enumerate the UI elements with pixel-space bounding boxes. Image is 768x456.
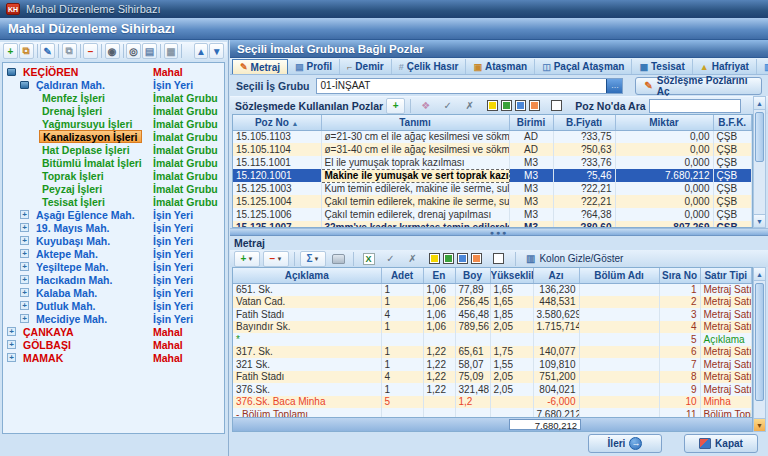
mark-orange-button[interactable] [471,253,482,264]
expand-icon[interactable]: + [7,340,16,349]
cell-birim[interactable]: AD [509,130,553,143]
poz-row[interactable]: 15.105.1103ø=21-30 cm el ile ağaç kesilm… [233,130,752,143]
cell-bolum[interactable] [579,308,659,321]
cell-tanim[interactable]: Çakıl temin edilerek, drenaj yapılması [321,208,509,221]
cell-bolum[interactable] [579,396,659,409]
folder-icon[interactable] [7,68,16,76]
poz-row[interactable]: 15.105.1104ø=31-40 cm el ile ağaç kesilm… [233,143,752,156]
cell-tanim[interactable]: Makine ile yumuşak ve sert toprak kazılm… [321,169,509,182]
cell-aciklama[interactable]: Bayındır Sk. [233,321,381,334]
cell-bfk[interactable]: ÇŞB [713,208,752,221]
cell-tanim[interactable]: 32mm'ye kadar kırmataş temin edilerek, e… [321,221,509,228]
column-header[interactable]: Açıklama [233,268,381,283]
cell-miktar[interactable]: 0,00 [615,143,713,156]
column-header[interactable]: B.Fiyatı [553,115,615,130]
cell-en[interactable] [423,396,455,409]
cell-yukseklik[interactable] [490,333,533,346]
filter-orange-button[interactable] [529,100,540,111]
cell-poz_no[interactable]: 15.120.1001 [233,169,321,182]
tree-item[interactable]: +Kuyubaşı Mah.İşin Yeri [3,234,224,247]
filter-green-button[interactable] [501,100,512,111]
cell-en[interactable]: 1,06 [423,283,455,296]
cell-tip[interactable]: Metraj Satırı [700,371,752,384]
cell-tanim[interactable]: Kum temin edilerek, makine ile serme, su… [321,182,509,195]
cell-boy[interactable] [455,408,490,418]
tree-item[interactable]: +Dutluk Mah.İşin Yeri [3,299,224,312]
cell-en[interactable]: 1,06 [423,321,455,334]
add-button[interactable]: + [3,43,18,59]
cell-poz_no[interactable]: 15.125.1003 [233,182,321,195]
filter-yellow-button[interactable] [487,100,498,111]
panel-splitter[interactable]: ●●● [230,228,768,236]
expand-icon[interactable]: + [7,327,16,336]
cell-aciklama[interactable]: 317. Sk. [233,346,381,359]
cell-bfk[interactable]: ÇŞB [713,143,752,156]
column-header[interactable]: B.F.K. [713,115,752,130]
cell-azi[interactable]: 109,810 [533,358,579,371]
cell-azi[interactable]: 804,021 [533,383,579,396]
export-excel-button[interactable]: X [359,251,378,267]
cell-poz_no[interactable]: 15.115.1001 [233,156,321,169]
cell-fiyat[interactable]: ?33,76 [553,156,615,169]
cell-en[interactable] [423,333,455,346]
cell-miktar[interactable]: 0,000 [615,208,713,221]
cell-sira[interactable]: 4 [659,321,700,334]
expand-icon[interactable]: + [20,275,29,284]
metraj-row[interactable]: Fatih Stadı41,2275,092,05751,2008Metraj … [233,371,752,384]
scrollbar-thumb[interactable] [755,112,764,162]
cell-birim[interactable]: M3 [509,169,553,182]
cell-tanim[interactable]: ø=31-40 cm el ile ağaç kesilmesi ve sökm… [321,143,509,156]
cell-adet[interactable]: 4 [381,371,423,384]
cell-bfk[interactable]: ÇŞB [713,221,752,228]
tree-item[interactable]: +Yeşiltepe Mah.İşin Yeri [3,260,224,273]
cell-yukseklik[interactable]: 1,85 [490,308,533,321]
print-button[interactable] [329,251,348,267]
cell-aciklama[interactable]: - Bölüm Toplamı [233,408,381,418]
tab-demir[interactable]: ⌐Demir [340,59,392,74]
cell-bolum[interactable] [579,333,659,346]
copy-button[interactable]: ⧉ [62,43,77,59]
scroll-down-button[interactable]: ▼ [754,214,765,227]
cell-boy[interactable]: 456,48 [455,308,490,321]
cell-tanim[interactable]: El ile yumuşak toprak kazılması [321,156,509,169]
tab-hafriyat[interactable]: ▲Hafriyat [693,59,757,74]
cell-fiyat[interactable]: ?80,60 [553,221,615,228]
tree-item[interactable]: Çaldıran Mah.İşin Yeri [3,78,224,91]
column-header[interactable]: Bölüm Adı [579,268,659,283]
tree-item[interactable]: Bitümlü İmalat İşleriİmalat Grubu [3,156,224,169]
cell-adet[interactable]: 1 [381,346,423,359]
combobox-dropdown-button[interactable]: … [606,79,622,93]
column-header[interactable]: Sıra No [659,268,700,283]
cell-fiyat[interactable]: ?5,46 [553,169,615,182]
cell-en[interactable]: 1,22 [423,383,455,396]
cell-aciklama[interactable]: Fatih Stadı [233,371,381,384]
tab-tutanaklar[interactable]: ▥Tutanaklar [757,59,768,74]
cell-sira[interactable]: 5 [659,333,700,346]
cell-poz_no[interactable]: 15.105.1103 [233,130,321,143]
poz-search-input[interactable] [649,99,741,113]
mark-white-button[interactable] [493,253,504,264]
cell-boy[interactable]: 256,45 [455,296,490,309]
cell-aciklama[interactable]: 376.Sk. Baca Minha [233,396,381,409]
cell-poz_no[interactable]: 15.125.1007 [233,221,321,228]
cell-boy[interactable]: 75,09 [455,371,490,384]
cell-sira[interactable]: 1 [659,283,700,296]
cell-birim[interactable]: M3 [509,195,553,208]
metraj-row[interactable]: 317. Sk.11,2265,611,75140,0776Metraj Sat… [233,346,752,359]
mark-blue-button[interactable] [457,253,468,264]
cancel-button[interactable]: ✗ [403,251,422,267]
cell-tip[interactable]: Metraj Satırı [700,283,752,296]
cell-sira[interactable]: 7 [659,358,700,371]
tree-item[interactable]: Menfez İşleriİmalat Grubu [3,91,224,104]
tab-metraj[interactable]: ✎Metraj [232,59,288,74]
metraj-row[interactable]: *5Açıklama [233,333,752,346]
expand-icon[interactable]: + [7,353,16,362]
cell-yukseklik[interactable]: 1,65 [490,283,533,296]
cell-bolum[interactable] [579,321,659,334]
cell-en[interactable]: 1,22 [423,358,455,371]
cell-adet[interactable]: 1 [381,358,423,371]
cell-boy[interactable]: 58,07 [455,358,490,371]
cell-azi[interactable]: 3.580,629 [533,308,579,321]
metraj-grid-scrollbar[interactable]: ▲ ▼ [753,267,766,432]
cell-poz_no[interactable]: 15.125.1006 [233,208,321,221]
